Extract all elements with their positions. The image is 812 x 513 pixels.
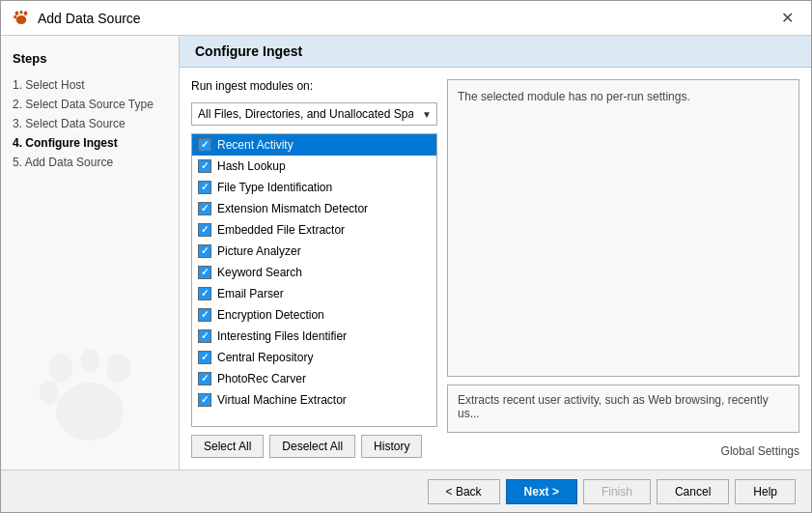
content-area: Steps 1. Select Host 2. Select Data Sour… <box>1 36 811 470</box>
bottom-bar: < Back Next > Finish Cancel Help <box>1 470 811 512</box>
module-info-text: The selected module has no per-run setti… <box>458 90 690 103</box>
svg-point-0 <box>15 11 19 15</box>
module-checkbox-picture-analyzer[interactable]: ✓ <box>198 244 211 258</box>
svg-point-6 <box>80 349 99 373</box>
module-checkbox-encryption[interactable]: ✓ <box>198 308 211 322</box>
module-info-box: The selected module has no per-run setti… <box>447 79 799 377</box>
main-window: Add Data Source ✕ Steps 1. Select Host 2… <box>0 0 812 513</box>
svg-point-5 <box>49 354 73 383</box>
step-4-active: 4. Configure Ingest <box>13 133 167 153</box>
help-button[interactable]: Help <box>735 479 796 504</box>
main-panel: Configure Ingest Run ingest modules on: … <box>180 36 811 470</box>
run-scope-dropdown[interactable]: All Files, Directories, and Unallocated … <box>191 102 437 126</box>
steps-list: 1. Select Host 2. Select Data Source Typ… <box>13 75 167 172</box>
module-checkbox-hash-lookup[interactable]: ✓ <box>198 159 211 173</box>
deselect-all-button[interactable]: Deselect All <box>269 435 355 458</box>
global-settings-button[interactable]: Global Settings <box>721 444 799 458</box>
right-section: The selected module has no per-run setti… <box>447 79 799 458</box>
title-bar-left: Add Data Source <box>13 10 141 27</box>
steps-heading: Steps <box>13 51 167 66</box>
module-checkbox-file-type[interactable]: ✓ <box>198 181 211 194</box>
module-checkbox-email-parser[interactable]: ✓ <box>198 287 211 300</box>
module-checkbox-interesting-files[interactable]: ✓ <box>198 329 211 343</box>
app-icon <box>13 10 30 27</box>
module-item-encryption[interactable]: ✓ Encryption Detection <box>192 304 436 326</box>
module-checkbox-central-repo[interactable]: ✓ <box>198 351 211 364</box>
module-desc-text: Extracts recent user activity, such as W… <box>458 393 769 420</box>
finish-button[interactable]: Finish <box>583 479 651 504</box>
configure-body: Run ingest modules on: All Files, Direct… <box>180 68 811 470</box>
module-checkbox-keyword-search[interactable]: ✓ <box>198 266 211 279</box>
module-item-email-parser[interactable]: ✓ Email Parser <box>192 283 436 304</box>
module-item-file-type[interactable]: ✓ File Type Identification <box>192 177 436 198</box>
background-logo <box>1 344 179 460</box>
svg-point-7 <box>107 354 131 383</box>
svg-point-3 <box>14 14 16 18</box>
svg-point-1 <box>20 10 23 14</box>
module-item-hash-lookup[interactable]: ✓ Hash Lookup <box>192 156 436 177</box>
step-1: 1. Select Host <box>13 75 167 95</box>
cancel-button[interactable]: Cancel <box>657 479 729 504</box>
module-checkbox-recent-activity[interactable]: ✓ <box>198 138 211 152</box>
module-item-extension-mismatch[interactable]: ✓ Extension Mismatch Detector <box>192 198 436 219</box>
step-2: 2. Select Data Source Type <box>13 95 167 114</box>
select-all-button[interactable]: Select All <box>191 435 264 458</box>
module-item-photorec[interactable]: ✓ PhotoRec Carver <box>192 368 436 389</box>
steps-panel: Steps 1. Select Host 2. Select Data Sour… <box>1 36 180 470</box>
svg-point-2 <box>24 11 28 15</box>
run-label: Run ingest modules on: <box>191 79 437 93</box>
step-5: 5. Add Data Source <box>13 153 167 172</box>
step-3: 3. Select Data Source <box>13 114 167 133</box>
module-item-central-repo[interactable]: ✓ Central Repository <box>192 347 436 368</box>
module-item-interesting-files[interactable]: ✓ Interesting Files Identifier <box>192 326 436 347</box>
module-item-embedded-file[interactable]: ✓ Embedded File Extractor <box>192 219 436 241</box>
module-buttons-row: Select All Deselect All History <box>191 435 437 458</box>
title-bar: Add Data Source ✕ <box>1 1 811 36</box>
module-item-vm-extractor[interactable]: ✓ Virtual Machine Extractor <box>192 389 436 411</box>
module-checkbox-embedded-file[interactable]: ✓ <box>198 223 211 237</box>
module-checkbox-vm-extractor[interactable]: ✓ <box>198 393 211 407</box>
module-item-picture-analyzer[interactable]: ✓ Picture Analyzer <box>192 241 436 262</box>
configure-title: Configure Ingest <box>195 43 302 59</box>
global-settings-row: Global Settings <box>447 441 799 458</box>
close-button[interactable]: ✕ <box>775 7 799 29</box>
module-checkbox-extension-mismatch[interactable]: ✓ <box>198 202 211 215</box>
dropdown-wrapper: All Files, Directories, and Unallocated … <box>191 102 437 126</box>
module-checkbox-photorec[interactable]: ✓ <box>198 372 211 385</box>
window-title: Add Data Source <box>38 11 141 26</box>
history-button[interactable]: History <box>361 435 422 458</box>
svg-point-9 <box>56 383 124 441</box>
back-button[interactable]: < Back <box>428 479 500 504</box>
module-item-recent-activity[interactable]: ✓ Recent Activity <box>192 134 436 156</box>
svg-point-8 <box>40 381 59 405</box>
modules-list[interactable]: ✓ Recent Activity ✓ Hash Lookup <box>191 133 437 427</box>
module-item-keyword-search[interactable]: ✓ Keyword Search <box>192 262 436 283</box>
next-button[interactable]: Next > <box>506 479 577 504</box>
left-section: Run ingest modules on: All Files, Direct… <box>191 79 437 458</box>
configure-header: Configure Ingest <box>180 36 811 68</box>
svg-point-4 <box>16 15 27 24</box>
module-desc-box: Extracts recent user activity, such as W… <box>447 385 799 433</box>
